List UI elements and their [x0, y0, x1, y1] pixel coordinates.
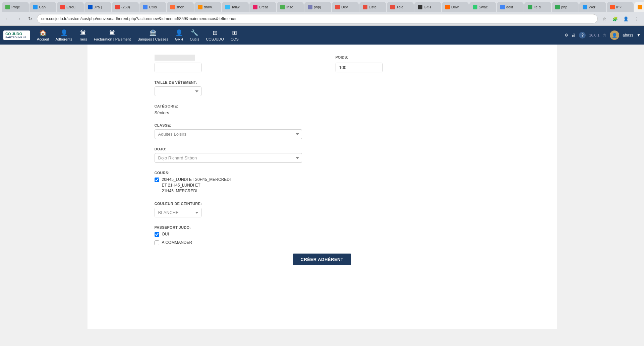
url-text: crm.cosjudo.fr/custom/cos/php/nouveauadh…	[41, 16, 236, 21]
tab-github[interactable]: GitH	[414, 2, 441, 12]
tab-label: Dow	[451, 5, 465, 9]
tab-insc[interactable]: Insc	[277, 2, 304, 12]
passeport-checkbox-oui[interactable]	[155, 232, 159, 237]
nav-item-outils[interactable]: 🔧 Outils	[186, 27, 202, 43]
nav-label-accueil: Accueil	[37, 37, 49, 41]
categorie-label: CATÉGORIE:	[155, 104, 490, 108]
tab-erreu[interactable]: Erreu	[57, 2, 84, 12]
classe-label: CLASSE:	[155, 123, 490, 127]
help-icon[interactable]: ?	[579, 32, 586, 39]
tab-php2[interactable]: php	[552, 2, 579, 12]
nav-item-adherents[interactable]: 👤 Adhérents	[52, 27, 75, 43]
tab-favicon	[555, 5, 560, 9]
tab-creat[interactable]: Creat	[249, 2, 276, 12]
nav-label-adherents: Adhérents	[55, 37, 72, 41]
star-icon[interactable]: ☆	[603, 33, 606, 38]
tab-ir[interactable]: Ir ×	[607, 2, 634, 12]
tab-favicon	[143, 5, 148, 9]
nav-label-cosjudo: COSJUDO	[206, 37, 224, 41]
cours-label: COURS:	[155, 171, 490, 175]
user-avatar[interactable]: 👤	[610, 30, 619, 40]
poids-row: POIDS: 100	[155, 55, 490, 72]
nav-label-outils: Outils	[190, 37, 199, 41]
taille-vetement-select[interactable]: XS S M L XL XXL	[155, 86, 201, 96]
tab-label: Jira |	[94, 5, 108, 9]
print-icon[interactable]: 🖨	[572, 33, 576, 38]
poids-input[interactable]: 100	[336, 63, 383, 72]
forward-button[interactable]: →	[14, 14, 23, 23]
tab-favicon	[225, 5, 230, 9]
user-menu-icon[interactable]: ▼	[637, 33, 641, 38]
nav-item-facturation[interactable]: 🏛 Facturation | Paiement	[91, 27, 134, 43]
nav-item-banques[interactable]: 🏦 Banques | Caisses	[134, 27, 172, 43]
tab-mail[interactable]: (259)	[112, 2, 139, 12]
tab-label: draw.	[204, 5, 218, 9]
bookmark-icon[interactable]: ☆	[600, 14, 609, 23]
tab-dolit[interactable]: dolit	[497, 2, 524, 12]
tab-dev[interactable]: Dév	[332, 2, 359, 12]
passeport-label-commander: A COMMANDER	[162, 240, 192, 246]
address-bar[interactable]: crm.cosjudo.fr/custom/cos/php/nouveauadh…	[37, 14, 598, 23]
tab-favicon	[363, 5, 367, 9]
poids-label-text: POIDS:	[336, 55, 348, 59]
tab-swac[interactable]: Swac	[469, 2, 496, 12]
tab-label: Télé	[396, 5, 410, 9]
tab-wor[interactable]: Wor	[579, 2, 606, 12]
reload-button[interactable]: ↻	[25, 14, 35, 23]
tab-jira[interactable]: Jira |	[84, 2, 111, 12]
tab-cahi[interactable]: Cahi	[30, 2, 56, 12]
dojo-select[interactable]: Dojo Richard Sitbon	[155, 153, 302, 163]
nav-label-banques: Banques | Caisses	[137, 37, 168, 41]
nav-item-accueil[interactable]: 🏠 Accueil	[34, 27, 52, 43]
back-button[interactable]: ←	[3, 14, 12, 23]
tab-favicon	[445, 5, 450, 9]
grh-icon: 👤	[175, 29, 183, 37]
nav-item-cos[interactable]: ⊞ COS	[227, 27, 242, 43]
passeport-checkbox-commander[interactable]	[155, 240, 159, 245]
mystery-input[interactable]	[155, 63, 201, 72]
settings-icon[interactable]: ⚙	[565, 33, 568, 38]
tab-label: Swac	[479, 5, 493, 9]
browser-actions: ☆ 🧩 👤 ⋮	[600, 14, 641, 23]
poids-label-spacer: POIDS:	[336, 55, 383, 61]
tab-proje[interactable]: Proje	[2, 2, 29, 12]
home-icon: 🏠	[39, 29, 47, 37]
tab-favicon	[170, 5, 175, 9]
tab-liste[interactable]: Liste	[359, 2, 386, 12]
classe-select[interactable]: Adultes Loisirs Compétition Enfants	[155, 129, 302, 139]
tab-dow[interactable]: Dow	[442, 2, 469, 12]
button-row: CRÉER ADHÉRENT	[155, 254, 490, 265]
tab-draw2[interactable]: draw. ×	[634, 2, 644, 12]
nav-item-cosjudo[interactable]: ⊞ COSJUDO	[202, 27, 227, 43]
app-logo[interactable]: CO JUDO SARTROUVILLE	[3, 30, 30, 40]
tab-draw1[interactable]: draw.	[194, 2, 221, 12]
tab-label: Ile d	[534, 5, 548, 9]
tab-label: Wor	[589, 5, 603, 9]
tab-label: Dév	[341, 5, 355, 9]
tab-favicon	[418, 5, 422, 9]
address-bar-row: ← → ↻ crm.cosjudo.fr/custom/cos/php/nouv…	[0, 12, 644, 25]
nav-label-facturation: Facturation | Paiement	[94, 37, 131, 41]
nav-item-tiers[interactable]: 🏛 Tiers	[76, 27, 91, 43]
tab-php1[interactable]: php|	[304, 2, 331, 12]
tab-utilis[interactable]: Utilis	[139, 2, 166, 12]
tab-shen[interactable]: shen	[167, 2, 194, 12]
user-name[interactable]: abass	[623, 33, 633, 38]
nav-item-grh[interactable]: 👤 GRH	[172, 27, 186, 43]
tab-favicon	[198, 5, 202, 9]
cours-checkbox-0[interactable]	[155, 178, 159, 182]
tiers-icon: 🏛	[80, 29, 86, 37]
profile-button[interactable]: 👤	[621, 14, 631, 23]
couleur-ceinture-select[interactable]: BLANCHE JAUNE ORANGE VERTE BLEUE MARRON …	[155, 208, 201, 217]
tab-label: Tailw	[231, 5, 245, 9]
menu-button[interactable]: ⋮	[632, 14, 641, 23]
tab-tailw[interactable]: Tailw	[222, 2, 249, 12]
tab-favicon	[638, 5, 642, 9]
cours-checkbox-group: 20H45_LUNDI ET 20H45_MERCREDIET 21H45_LU…	[155, 177, 490, 194]
passeport-label-oui: OUI	[162, 231, 169, 237]
nav-right: ⚙ 🖨 ? 16.0.1 ☆ 👤 abass ▼	[565, 30, 641, 40]
tab-ile[interactable]: Ile d	[524, 2, 551, 12]
tab-tele[interactable]: Télé	[387, 2, 414, 12]
extensions-button[interactable]: 🧩	[610, 14, 620, 23]
creer-adherent-button[interactable]: CRÉER ADHÉRENT	[293, 254, 352, 265]
